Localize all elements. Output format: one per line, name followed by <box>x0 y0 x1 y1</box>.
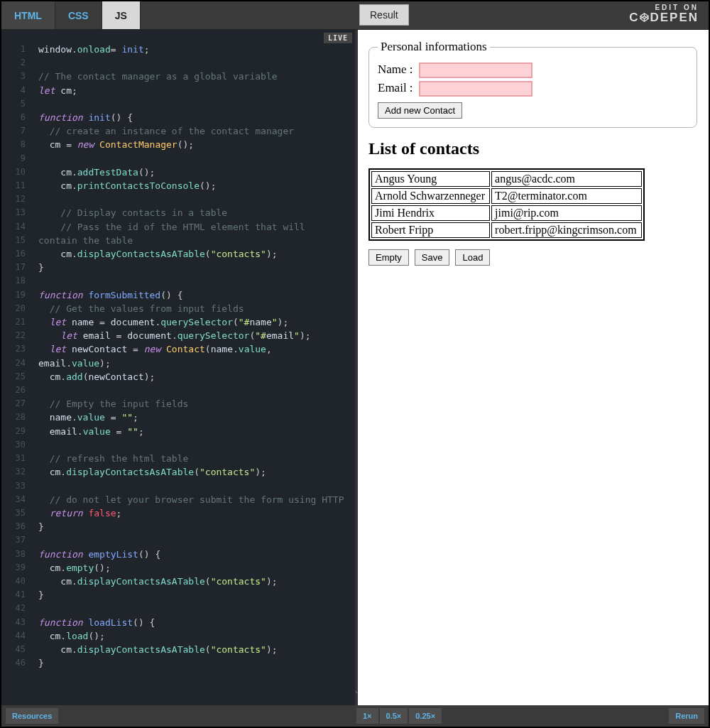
line-number-gutter: 1234567891011121314151617181920212223242… <box>1 43 33 670</box>
bottom-bar: Resources 1× 0.5× 0.25× Rerun <box>1 705 709 727</box>
editor-tabs: HTML CSS JS <box>1 1 141 29</box>
resources-button[interactable]: Resources <box>6 708 58 724</box>
email-input[interactable] <box>419 81 532 97</box>
contact-name-cell: Arnold Schwarzenneger <box>371 188 490 204</box>
add-contact-button[interactable]: Add new Contact <box>378 102 462 119</box>
zoom-05x[interactable]: 0.5× <box>380 708 408 724</box>
contact-name-cell: Robert Fripp <box>371 222 490 238</box>
tab-html[interactable]: HTML <box>1 1 55 29</box>
table-row: Arnold SchwarzennegerT2@terminator.com <box>371 188 642 204</box>
rerun-button[interactable]: Rerun <box>669 708 704 724</box>
name-row: Name : <box>378 63 688 78</box>
contacts-table: Angus Youngangus@acdc.comArnold Schwarze… <box>368 168 645 241</box>
edit-on-codepen-link[interactable]: EDIT ON C DEPEN <box>629 4 699 23</box>
contact-email-cell: jimi@rip.com <box>491 205 642 221</box>
result-pane: Personal informations Name : Email : Add… <box>355 30 709 705</box>
live-badge: LIVE <box>324 33 352 43</box>
backtick-char: ` <box>354 691 359 701</box>
codepen-logo: C DEPEN <box>629 12 699 23</box>
email-row: Email : <box>378 81 688 97</box>
table-row: Jimi Hendrixjimi@rip.com <box>371 205 642 221</box>
code-content[interactable]: window.onload= init; // The contact mana… <box>38 43 349 684</box>
zoom-025x[interactable]: 0.25× <box>409 708 442 724</box>
table-row: Robert Fripprobert.fripp@kingcrimson.com <box>371 222 642 238</box>
js-editor-pane[interactable]: LIVE 12345678910111213141516171819202122… <box>1 30 355 705</box>
contact-email-cell: T2@terminator.com <box>491 188 642 204</box>
contact-email-cell: angus@acdc.com <box>491 171 642 187</box>
personal-info-fieldset: Personal informations Name : Email : Add… <box>368 40 697 128</box>
zoom-group: 1× 0.5× 0.25× <box>356 708 443 724</box>
name-label: Name : <box>378 63 416 77</box>
top-bar: HTML CSS JS Result EDIT ON C DEPEN <box>1 1 709 30</box>
email-label: Email : <box>378 81 416 95</box>
contact-email-cell: robert.fripp@kingcrimson.com <box>491 222 642 238</box>
tab-js[interactable]: JS <box>102 1 141 29</box>
list-heading: List of contacts <box>368 139 697 158</box>
action-buttons: Empty Save Load <box>368 249 697 266</box>
contact-name-cell: Angus Young <box>371 171 490 187</box>
result-button[interactable]: Result <box>359 4 409 26</box>
empty-button[interactable]: Empty <box>368 249 409 266</box>
contact-name-cell: Jimi Hendrix <box>371 205 490 221</box>
zoom-1x[interactable]: 1× <box>356 708 378 724</box>
fieldset-legend: Personal informations <box>378 40 490 54</box>
codepen-frame: HTML CSS JS Result EDIT ON C DEPEN LIVE … <box>0 0 710 728</box>
name-input[interactable] <box>419 63 532 78</box>
load-button[interactable]: Load <box>455 249 490 266</box>
tab-css[interactable]: CSS <box>55 1 102 29</box>
table-row: Angus Youngangus@acdc.com <box>371 171 642 187</box>
save-button[interactable]: Save <box>415 249 450 266</box>
pane-splitter[interactable] <box>355 30 358 705</box>
